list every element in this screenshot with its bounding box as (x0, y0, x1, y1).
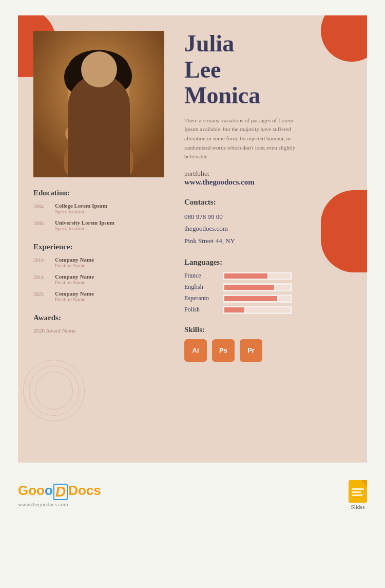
logo: GoooDDocs (18, 483, 101, 500)
footer-left: GoooDDocs www.thegoodocs.com (18, 483, 101, 507)
exp-year-3: 2023 (33, 290, 50, 302)
skill-badge-ps: Ps (212, 339, 235, 362)
award-item-1: 2020 Award Name (33, 327, 172, 334)
slides-icon (349, 480, 367, 503)
lang-bar-empty (276, 285, 291, 290)
edu-item-1: 2004 College Lorem Ipsum Specialization (33, 203, 172, 214)
lang-bar-filled (224, 273, 267, 279)
skill-badge-ai: Ai (184, 339, 207, 362)
footer-url: www.thegoodocs.com (18, 501, 101, 507)
lang-bar-filled (224, 307, 244, 313)
edu-year-1: 2004 (33, 203, 50, 214)
exp-year-1: 2010 (33, 256, 50, 268)
svg-point-10 (94, 97, 103, 107)
lang-bar-track (223, 295, 292, 303)
edu-sub-2: Specialization (55, 226, 114, 231)
slides-label: Slides (351, 504, 365, 510)
logo-docs: Docs (68, 483, 101, 498)
portfolio-block: portfolio: www.thegoodocs.com (184, 170, 352, 187)
lang-bar-empty (246, 307, 291, 313)
svg-point-5 (111, 62, 132, 90)
education-title: Education: (33, 189, 172, 197)
edu-item-2: 2008 University Lorem Ipsum Specializati… (33, 219, 172, 231)
award-text-1: 2020 Award Name (33, 327, 75, 334)
exp-item-2: 2018 Company Name Position Name (33, 273, 172, 285)
svg-rect-17 (352, 488, 364, 490)
skill-badge-pr: Pr (240, 339, 262, 362)
languages-title: Languages: (184, 258, 352, 267)
contact-phone: 080 978 99 00 (184, 211, 352, 223)
name-line1: Julia (184, 30, 234, 57)
svg-point-1 (63, 164, 134, 177)
lang-row-france: France (184, 272, 352, 280)
lang-bar-track (223, 272, 292, 280)
svg-point-7 (85, 87, 90, 92)
exp-main-1: Company Name (55, 256, 94, 263)
portfolio-label: portfolio: (184, 170, 352, 178)
contacts-title: Contacts: (184, 198, 352, 207)
exp-item-1: 2010 Company Name Position Name (33, 256, 172, 268)
svg-point-12 (78, 114, 119, 133)
exp-year-2: 2018 (33, 273, 50, 285)
footer: GoooDDocs www.thegoodocs.com Slides (18, 473, 367, 515)
skills-row: AiPsPr (184, 339, 352, 362)
exp-main-3: Company Name (55, 290, 94, 297)
logo-goo: Goo (18, 483, 45, 498)
portfolio-url: www.thegoodocs.com (184, 178, 352, 187)
lang-row-polish: Polish (184, 306, 352, 314)
resume-card: Education: 2004 College Lorem Ipsum Spec… (18, 15, 367, 463)
name-line2: Lee (184, 57, 221, 83)
svg-point-4 (64, 62, 87, 93)
svg-point-6 (82, 86, 93, 94)
svg-point-8 (105, 86, 116, 94)
exp-sub-2: Position Name (55, 280, 94, 285)
language-bars: FranceEnglishEsperantoPolish (184, 272, 352, 314)
exp-item-3: 2023 Company Name Position Name (33, 290, 172, 302)
edu-main-1: College Lorem Ipsum (55, 203, 107, 209)
slides-badge: Slides (349, 480, 367, 510)
svg-point-13 (65, 123, 94, 144)
name-line3: Monica (184, 82, 260, 108)
edu-main-2: University Lorem Ipsum (55, 219, 114, 226)
exp-sub-1: Position Name (55, 263, 94, 268)
lang-bar-filled (224, 296, 277, 301)
lang-row-english: English (184, 283, 352, 291)
exp-sub-3: Position Name (55, 297, 94, 302)
profile-photo (33, 31, 164, 177)
skills-title: Skills: (184, 325, 352, 334)
lang-bar-track (223, 306, 292, 314)
edu-year-2: 2008 (33, 219, 50, 231)
svg-rect-19 (352, 494, 362, 496)
edu-sub-1: Specialization (55, 209, 107, 214)
contact-email: thegoodocs.com (184, 223, 352, 234)
svg-point-9 (108, 87, 113, 92)
person-name: Julia Lee Monica (184, 31, 352, 109)
lang-name: Polish (184, 306, 218, 314)
svg-point-11 (91, 109, 106, 115)
svg-rect-18 (352, 491, 361, 493)
svg-rect-0 (33, 31, 164, 177)
lang-name: English (184, 283, 218, 291)
lang-bar-empty (279, 296, 291, 301)
svg-rect-14 (64, 146, 133, 177)
lang-row-esperanto: Esperanto (184, 295, 352, 303)
lang-bar-empty (269, 273, 291, 279)
left-column: Education: 2004 College Lorem Ipsum Spec… (33, 31, 172, 362)
right-column: Julia Lee Monica There are many variatio… (184, 31, 352, 362)
contact-address: Pink Street 44, NY (184, 235, 352, 247)
experience-title: Experience: (33, 243, 172, 251)
awards-title: Awards: (33, 314, 172, 322)
exp-main-2: Company Name (55, 273, 94, 280)
bio-text: There are many variations of passages of… (184, 116, 307, 161)
lang-name: France (184, 272, 218, 280)
lang-name: Esperanto (184, 295, 218, 302)
name-block: Julia Lee Monica (184, 31, 352, 109)
lang-bar-filled (224, 285, 274, 290)
lang-bar-track (223, 283, 292, 291)
